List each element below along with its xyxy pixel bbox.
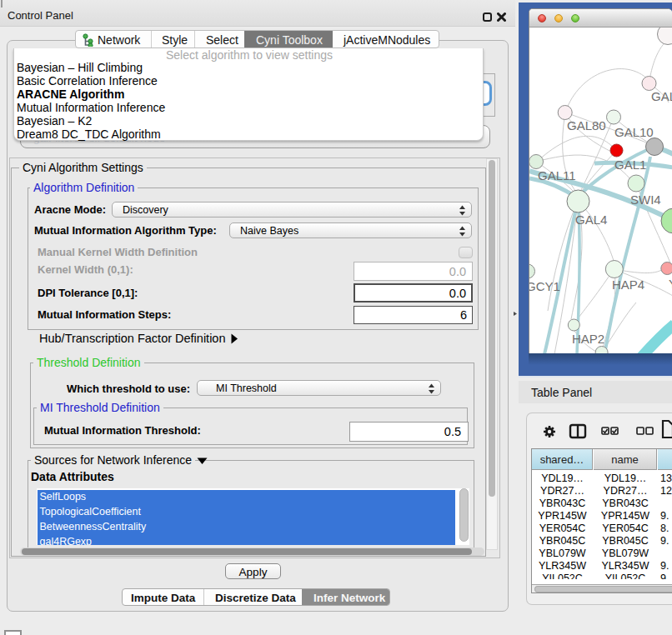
svg-text:GAL: GAL [651, 89, 672, 103]
svg-text:GAL80: GAL80 [567, 118, 606, 132]
svg-text:HAP2: HAP2 [572, 332, 604, 346]
svg-text:GAL11: GAL11 [538, 168, 576, 182]
svg-text:GAL1: GAL1 [614, 158, 646, 172]
svg-text:GCY1: GCY1 [529, 279, 560, 293]
svg-text:SWI4: SWI4 [630, 192, 661, 207]
svg-text:GAL4: GAL4 [575, 212, 607, 227]
svg-text:GAL10: GAL10 [614, 125, 654, 139]
svg-text:Y: Y [669, 277, 672, 291]
svg-text:HAP4: HAP4 [612, 278, 644, 292]
